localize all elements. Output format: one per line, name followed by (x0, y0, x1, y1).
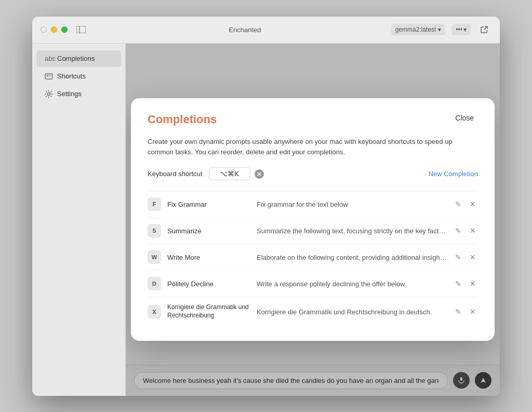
completion-actions-3: ✎ ✕ (453, 278, 478, 289)
svg-rect-3 (46, 75, 48, 76)
delete-icon-0[interactable]: ✕ (468, 199, 478, 209)
completion-actions-0: ✎ ✕ (453, 199, 478, 209)
shortcuts-icon (45, 72, 53, 81)
dialog-title: Completions (148, 113, 217, 126)
traffic-light-close[interactable] (41, 26, 47, 33)
completion-badge-3: D (148, 277, 161, 290)
svg-rect-5 (50, 75, 51, 76)
completion-desc-2: Elaborate on the following content, prov… (257, 254, 447, 261)
completion-badge-2: W (148, 250, 161, 264)
edit-icon-2[interactable]: ✎ (453, 252, 463, 262)
completion-desc-3: Write a response politely declining the … (257, 280, 447, 288)
completion-desc-4: Korrigiere die Grammatik und Rechtschrei… (257, 308, 447, 316)
dots-label: ••• (456, 26, 462, 33)
dots-menu-button[interactable]: ••• ▾ (451, 24, 471, 35)
table-row: S Summarize Summarize the following text… (148, 218, 478, 244)
table-row: W Write More Elaborate on the following … (148, 244, 478, 271)
delete-icon-1[interactable]: ✕ (468, 225, 478, 236)
external-link-button[interactable] (477, 22, 491, 37)
completion-desc-1: Summarize the following text, focusing s… (257, 227, 447, 235)
completions-list: F Fix Grammar Fix grammar for the text b… (148, 191, 478, 326)
completion-name-4: Korrigiere die Grammatik und Rechtschrei… (167, 303, 250, 320)
titlebar: Enchanted gemma2:latest ▾ ••• ▾ (32, 17, 500, 44)
completion-desc-0: Fix grammar for the text below (257, 201, 447, 208)
sidebar-toggle-icon[interactable] (76, 24, 86, 35)
completion-actions-2: ✎ ✕ (453, 252, 478, 262)
table-row: D Politely Decline Write a response poli… (148, 271, 478, 297)
sidebar-completions-label: Completions (57, 55, 95, 62)
shortcut-left: Keyboard shortcut (148, 167, 264, 180)
shortcut-input-group (209, 167, 264, 180)
completions-icon: abc (45, 55, 53, 63)
sidebar-settings-label: Settings (57, 90, 82, 98)
delete-icon-4[interactable]: ✕ (468, 307, 478, 317)
close-button[interactable]: Close (451, 113, 478, 123)
shortcut-row: Keyboard shortcut (148, 167, 478, 180)
completion-name-1: Summarize (167, 227, 250, 235)
settings-icon (45, 90, 53, 98)
completion-actions-4: ✎ ✕ (453, 307, 478, 317)
traffic-light-minimize[interactable] (51, 26, 57, 33)
svg-point-6 (48, 92, 50, 95)
sidebar-item-settings[interactable]: Settings (36, 86, 121, 102)
keyboard-shortcut-label: Keyboard shortcut (148, 170, 203, 178)
completion-badge-0: F (148, 197, 161, 211)
completion-name-2: Write More (167, 254, 250, 261)
traffic-light-maximize[interactable] (61, 26, 68, 33)
table-row: X Korrigiere die Grammatik und Rechtschr… (148, 297, 478, 326)
new-completion-button[interactable]: New Completion (429, 170, 478, 178)
completion-badge-4: X (148, 305, 161, 318)
main-content: Completions Close Create your own dynami… (126, 44, 500, 396)
completion-actions-1: ✎ ✕ (453, 225, 478, 236)
sidebar-item-shortcuts[interactable]: Shortcuts (36, 68, 121, 85)
sidebar-shortcuts-label: Shortcuts (57, 72, 86, 80)
completion-name-3: Politely Decline (167, 280, 250, 288)
modal-overlay: Completions Close Create your own dynami… (126, 44, 500, 396)
edit-icon-1[interactable]: ✎ (453, 225, 463, 236)
model-chevron-icon: ▾ (438, 26, 441, 33)
app-name-label: Enchanted (229, 26, 261, 34)
edit-icon-3[interactable]: ✎ (453, 278, 463, 289)
app-body: abc Completions Shortcuts (32, 44, 500, 396)
shortcut-input-field[interactable] (209, 167, 250, 180)
titlebar-center: Enchanted (99, 26, 391, 34)
dialog-header: Completions Close (148, 113, 478, 126)
dots-chevron-icon: ▾ (463, 26, 467, 33)
sidebar: abc Completions Shortcuts (32, 44, 126, 396)
delete-icon-3[interactable]: ✕ (468, 278, 478, 289)
table-row: F Fix Grammar Fix grammar for the text b… (148, 191, 478, 218)
edit-icon-4[interactable]: ✎ (453, 307, 463, 317)
clear-shortcut-button[interactable] (255, 169, 264, 179)
completions-dialog: Completions Close Create your own dynami… (131, 98, 495, 340)
delete-icon-2[interactable]: ✕ (468, 252, 478, 262)
dialog-description: Create your own dynamic prompts usable a… (148, 137, 478, 157)
svg-rect-0 (76, 26, 86, 33)
titlebar-right: gemma2:latest ▾ ••• ▾ (391, 22, 491, 37)
app-window: Enchanted gemma2:latest ▾ ••• ▾ (32, 17, 500, 396)
traffic-lights (41, 26, 68, 33)
sidebar-item-completions[interactable]: abc Completions (36, 50, 121, 67)
completion-badge-1: S (148, 224, 161, 237)
completion-name-0: Fix Grammar (167, 201, 250, 208)
edit-icon-0[interactable]: ✎ (453, 199, 463, 209)
svg-rect-4 (48, 75, 49, 76)
model-name-label: gemma2:latest (395, 26, 436, 33)
model-selector[interactable]: gemma2:latest ▾ (391, 24, 446, 35)
